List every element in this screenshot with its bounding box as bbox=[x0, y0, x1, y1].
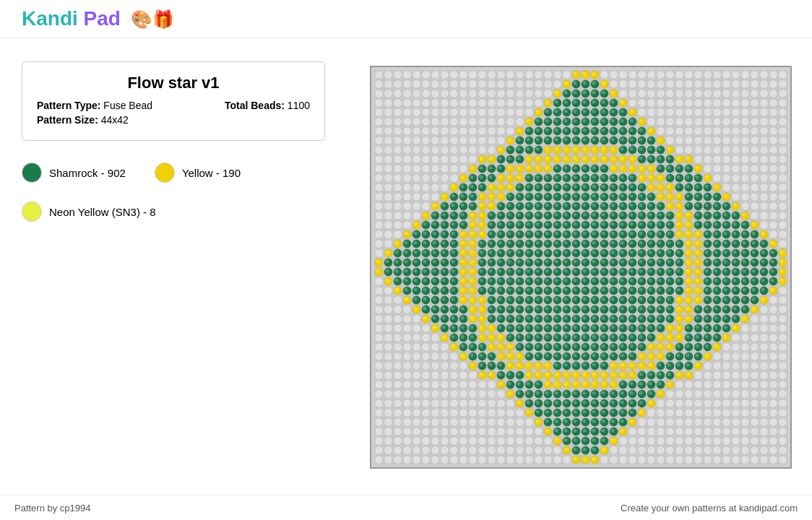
pattern-meta-right: Total Beads: 1100 bbox=[225, 100, 310, 126]
logo-icons: 🎨🎁 bbox=[131, 9, 174, 29]
color-swatch-neon-yellow bbox=[22, 202, 42, 222]
pattern-size: Pattern Size: 44x42 bbox=[37, 114, 152, 126]
color-legend: Shamrock - 902Yellow - 190Neon Yellow (S… bbox=[22, 155, 325, 240]
color-swatch-yellow bbox=[155, 162, 175, 183]
left-panel: Flow star v1 Pattern Type: Fuse Bead Pat… bbox=[0, 47, 347, 495]
footer-left: Pattern by cp1994 bbox=[14, 503, 91, 514]
color-swatch-shamrock bbox=[22, 162, 42, 183]
bead-grid-container bbox=[370, 66, 792, 469]
logo: Kandi Pad 🎨🎁 bbox=[22, 7, 174, 30]
bead-canvas bbox=[374, 70, 787, 464]
pattern-title: Flow star v1 bbox=[37, 74, 310, 92]
footer-right: Create your own patterns at kandipad.com bbox=[621, 503, 798, 514]
color-item-yellow: Yellow - 190 bbox=[155, 162, 241, 183]
pattern-type: Pattern Type: Fuse Bead bbox=[37, 100, 152, 111]
footer: Pattern by cp1994 Create your own patter… bbox=[0, 495, 812, 520]
total-beads: Total Beads: 1100 bbox=[225, 100, 310, 111]
right-panel bbox=[350, 40, 812, 495]
pattern-info-box: Flow star v1 Pattern Type: Fuse Bead Pat… bbox=[22, 61, 325, 141]
color-label-shamrock: Shamrock - 902 bbox=[49, 167, 126, 179]
logo-kandi: Kandi bbox=[22, 7, 78, 30]
logo-pad: Pad bbox=[84, 7, 121, 30]
header: Kandi Pad 🎨🎁 bbox=[0, 0, 812, 38]
color-item-shamrock: Shamrock - 902 bbox=[22, 162, 126, 183]
color-label-neon-yellow: Neon Yellow (SN3) - 8 bbox=[49, 206, 156, 218]
color-item-neon-yellow: Neon Yellow (SN3) - 8 bbox=[22, 202, 156, 222]
color-label-yellow: Yellow - 190 bbox=[182, 167, 241, 179]
pattern-meta: Pattern Type: Fuse Bead Pattern Size: 44… bbox=[37, 100, 310, 126]
pattern-meta-left: Pattern Type: Fuse Bead Pattern Size: 44… bbox=[37, 100, 152, 126]
